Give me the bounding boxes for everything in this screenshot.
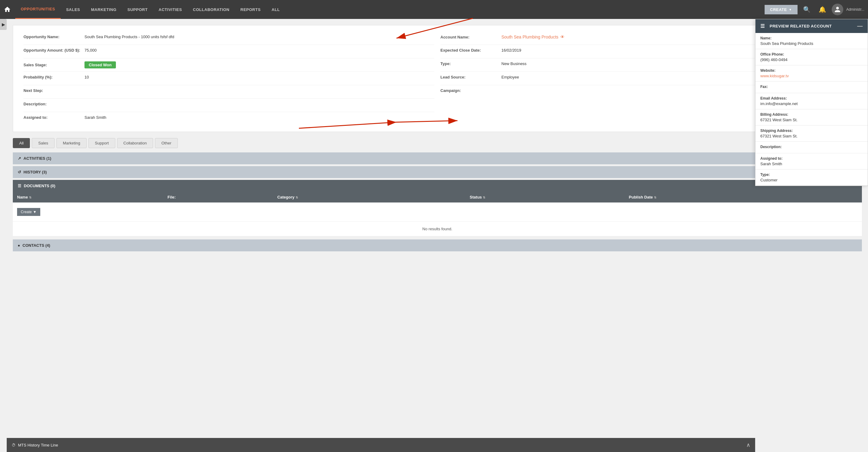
create-row: Create ▼ (13, 202, 862, 222)
documents-section-header[interactable]: ☰ DOCUMENTS (0) (13, 180, 862, 192)
preview-row-name: Name: South Sea Plumbing Products (755, 33, 868, 49)
col-status: Status ⇅ (465, 192, 625, 202)
tab-sales[interactable]: Sales (32, 138, 55, 148)
account-name-label: Account Name: (440, 35, 501, 39)
history-section-header[interactable]: ↺ HISTORY (3) (13, 166, 862, 178)
nav-activities[interactable]: ACTIVITIES (153, 0, 188, 19)
preview-row-fax: Fax: (755, 82, 868, 93)
preview-header: ☰ PREVIEW RELATED ACCOUNT — (755, 19, 868, 33)
col-category: Category ⇅ (273, 192, 465, 202)
documents-label: DOCUMENTS (0) (24, 183, 55, 188)
activities-label: ACTIVITIES (1) (24, 156, 51, 161)
probability-value: 10 (85, 75, 89, 79)
form-left: Opportunity Name: South Sea Plumbing Pro… (21, 31, 437, 125)
contacts-section-header[interactable]: ● CONTACTS (4) (13, 239, 862, 251)
preview-row-email: Email Address: im.info@example.net (755, 93, 868, 109)
next-step-row: Next Step: (24, 85, 434, 98)
opportunity-amount-value: 75,000 (85, 48, 97, 53)
col-name: Name ⇅ (13, 192, 163, 202)
documents-icon: ☰ (18, 183, 21, 188)
no-results-row: No results found. (13, 222, 862, 236)
nav-support[interactable]: SUPPORT (122, 0, 153, 19)
nav-sales[interactable]: SALES (61, 0, 86, 19)
history-icon: ↺ (18, 170, 21, 174)
sort-category-icon: ⇅ (296, 196, 298, 199)
description-row: Description: (24, 98, 434, 112)
nav-items: OPPORTUNITIES SALES MARKETING SUPPORT AC… (15, 0, 765, 19)
tab-other[interactable]: Other (155, 138, 178, 148)
form-grid: Opportunity Name: South Sea Plumbing Pro… (21, 31, 854, 125)
activities-icon: ↗ (18, 156, 21, 161)
contacts-label: CONTACTS (4) (23, 243, 50, 248)
nav-marketing[interactable]: MARKETING (86, 0, 122, 19)
tabs-bar: All Sales Marketing Support Collaboratio… (13, 138, 862, 148)
account-name-link[interactable]: South Sea Plumbing Products (501, 34, 558, 39)
create-button[interactable]: CREATE ▼ (765, 5, 798, 15)
opportunity-name-value: South Sea Plumbing Products - 1000 units… (85, 34, 174, 39)
main-content: Opportunity Name: South Sea Plumbing Pro… (7, 19, 868, 257)
expected-close-label: Expected Close Date: (440, 48, 501, 53)
preview-panel: ☰ PREVIEW RELATED ACCOUNT — Name: South … (755, 19, 868, 186)
no-results-text: No results found. (13, 222, 862, 236)
nav-all[interactable]: ALL (266, 0, 285, 19)
nav-opportunities[interactable]: OPPORTUNITIES (15, 0, 61, 19)
expected-close-value: 16/02/2019 (501, 48, 521, 53)
tab-marketing[interactable]: Marketing (56, 138, 87, 148)
opportunity-amount-row: Opportunity Amount: (USD $): 75,000 (24, 45, 434, 58)
hamburger-icon: ☰ (760, 23, 765, 29)
opportunity-name-row: Opportunity Name: South Sea Plumbing Pro… (24, 31, 434, 45)
home-button[interactable] (4, 6, 11, 13)
tab-all[interactable]: All (13, 138, 30, 148)
nav-collaboration[interactable]: COLLABORATION (188, 0, 235, 19)
preview-title: PREVIEW RELATED ACCOUNT (770, 24, 832, 28)
nav-right: CREATE ▼ 🔍 🔔 Administr... (765, 4, 864, 15)
documents-table: Name ⇅ File: Category ⇅ Status ⇅ Publish… (13, 192, 862, 236)
opportunity-name-label: Opportunity Name: (24, 34, 85, 39)
campaign-label: Campaign: (440, 88, 501, 93)
probability-label: Probability (%): (24, 75, 85, 79)
preview-body: Name: South Sea Plumbing Products Office… (755, 33, 868, 186)
avatar[interactable] (832, 4, 843, 15)
search-icon[interactable]: 🔍 (801, 5, 813, 15)
create-caret-icon: ▼ (33, 210, 37, 214)
preview-row-shipping: Shipping Address: 67321 West Siam St. (755, 125, 868, 142)
description-label: Description: (24, 102, 85, 106)
sort-name-icon: ⇅ (29, 196, 31, 199)
contacts-icon: ● (18, 243, 20, 248)
col-file: File: (163, 192, 273, 202)
username[interactable]: Administr... (846, 7, 864, 11)
eye-icon[interactable]: 👁 (560, 34, 564, 39)
tab-collaboration[interactable]: Collaboration (117, 138, 153, 148)
assigned-to-label: Assigned to: (24, 115, 85, 120)
notifications-icon[interactable]: 🔔 (816, 5, 829, 15)
opportunity-amount-label: Opportunity Amount: (USD $): (24, 48, 85, 53)
assigned-to-row: Assigned to: Sarah Smith (24, 112, 434, 125)
sort-date-icon: ⇅ (654, 196, 656, 199)
play-icon: ▶ (2, 22, 5, 27)
website-link[interactable]: www.kidsugar.tv (760, 74, 863, 78)
documents-create-button[interactable]: Create ▼ (17, 208, 40, 216)
sidebar-toggle[interactable]: ▶ (0, 19, 7, 30)
lead-source-value: Employee (501, 75, 519, 79)
form-panel: Opportunity Name: South Sea Plumbing Pro… (13, 25, 862, 132)
type-label: Type: (440, 61, 501, 66)
preview-row-description: Description: (755, 142, 868, 153)
preview-header-left: ☰ PREVIEW RELATED ACCOUNT (760, 23, 832, 29)
preview-row-website: Website: www.kidsugar.tv (755, 65, 868, 82)
create-label: CREATE (770, 7, 787, 12)
create-caret: ▼ (789, 8, 792, 11)
sales-stage-badge: Closed Won (85, 61, 116, 68)
preview-row-billing: Billing Address: 67321 West Siam St. (755, 109, 868, 125)
preview-close-button[interactable]: — (857, 23, 863, 29)
sales-stage-label: Sales Stage: (24, 63, 85, 67)
preview-row-assigned: Assigned to: Sarah Smith (755, 153, 868, 169)
activities-section-header[interactable]: ↗ ACTIVITIES (1) (13, 152, 862, 164)
type-value: New Business (501, 61, 526, 66)
col-publish-date: Publish Date ⇅ (625, 192, 862, 202)
preview-row-phone: Office Phone: (996) 460-0494 (755, 49, 868, 65)
lead-source-label: Lead Source: (440, 75, 501, 79)
tab-support[interactable]: Support (88, 138, 115, 148)
nav-reports[interactable]: REPORTS (235, 0, 266, 19)
assigned-to-value: Sarah Smith (85, 115, 106, 120)
navbar: OPPORTUNITIES SALES MARKETING SUPPORT AC… (0, 0, 868, 19)
